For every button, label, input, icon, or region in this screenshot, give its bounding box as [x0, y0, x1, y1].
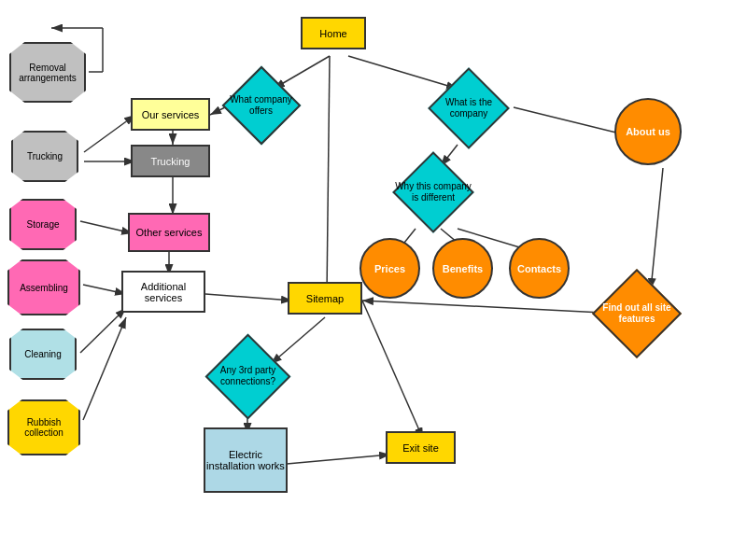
any-3rd-label: Any 3rd party connections?: [204, 365, 292, 387]
find-out-diamond: Find out all site features: [591, 269, 683, 357]
home-node: Home: [301, 17, 366, 49]
our-services-label: Our services: [142, 109, 200, 120]
exit-site-label: Exit site: [402, 442, 439, 454]
electric-label: Electric installation works: [205, 449, 286, 471]
other-services-label: Other services: [136, 227, 203, 238]
about-us-label: About us: [626, 126, 670, 137]
assembling-node: Assembling: [7, 259, 80, 315]
why-different-label: Why this company is different: [392, 181, 474, 203]
sitemap-node: Sitemap: [288, 282, 362, 315]
removal-node: Removal arrangements: [9, 42, 86, 103]
benefits-node: Benefits: [432, 238, 493, 299]
trucking2-node: Trucking: [11, 131, 78, 182]
svg-line-29: [83, 317, 126, 420]
prices-node: Prices: [359, 238, 420, 299]
contacts-label: Contacts: [517, 263, 561, 274]
any-3rd-diamond: Any 3rd party connections?: [204, 334, 292, 418]
svg-line-7: [514, 107, 627, 135]
svg-line-4: [327, 56, 330, 294]
prices-label: Prices: [374, 263, 405, 274]
home-label: Home: [319, 28, 346, 39]
svg-line-17: [287, 455, 390, 464]
electric-node: Electric installation works: [204, 427, 288, 493]
removal-label: Removal arrangements: [11, 59, 84, 87]
other-services-node: Other services: [128, 213, 210, 252]
find-out-label: Find out all site features: [591, 302, 683, 325]
additional-services-label: Additional services: [123, 281, 204, 303]
storage-label: Storage: [26, 219, 59, 230]
what-is-label: What is the company: [428, 97, 510, 119]
svg-line-24: [84, 115, 135, 152]
sitemap-label: Sitemap: [306, 293, 344, 304]
assembling-label: Assembling: [20, 283, 68, 293]
trucking-node: Trucking: [131, 145, 210, 177]
svg-line-20: [362, 301, 602, 313]
what-company-diamond: What company offers: [221, 65, 301, 145]
benefits-label: Benefits: [443, 263, 483, 274]
storage-node: Storage: [9, 199, 77, 250]
contacts-node: Contacts: [509, 238, 570, 299]
svg-line-14: [205, 294, 292, 301]
exit-site-node: Exit site: [386, 431, 456, 464]
why-different-diamond: Why this company is different: [392, 151, 474, 233]
trucking-label: Trucking: [151, 156, 190, 167]
rubbish-label: Rubbish collection: [9, 417, 78, 438]
what-is-diamond: What is the company: [428, 67, 510, 149]
rubbish-node: Rubbish collection: [7, 399, 80, 455]
cleaning-label: Cleaning: [24, 349, 61, 359]
our-services-node: Our services: [131, 98, 210, 131]
additional-services-node: Additional services: [121, 271, 205, 313]
trucking2-label: Trucking: [27, 151, 63, 161]
svg-line-26: [80, 221, 133, 233]
about-us-node: About us: [614, 98, 682, 165]
what-company-label: What company offers: [221, 94, 301, 117]
svg-line-27: [83, 285, 126, 294]
svg-line-18: [362, 301, 423, 439]
svg-line-28: [80, 308, 126, 353]
cleaning-node: Cleaning: [9, 329, 77, 380]
